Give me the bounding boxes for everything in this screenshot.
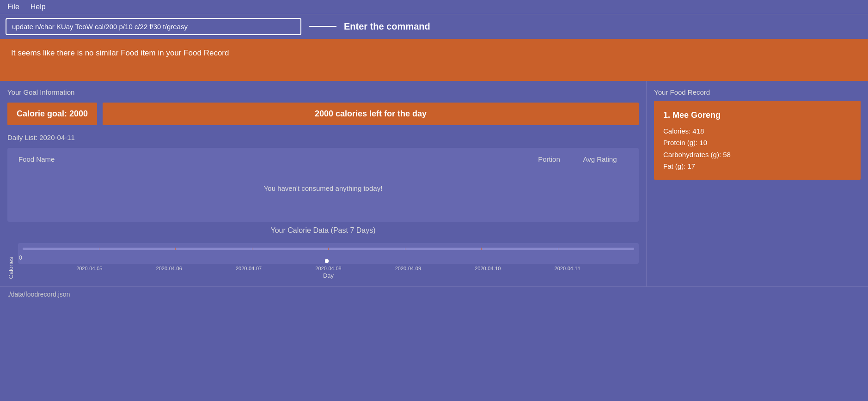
daily-table-container: Food Name Portion Avg Rating You haven't… — [7, 148, 639, 222]
col-avg-rating-header: Avg Rating — [572, 155, 628, 163]
command-bar: Enter the command — [0, 14, 868, 39]
error-banner: It seems like there is no similar Food i… — [0, 39, 868, 81]
food-record-carbs: Carbohydrates (g): 58 — [663, 149, 851, 161]
chart-wrapper: Calories 0 — [7, 243, 639, 279]
chart-y-label: Calories — [7, 243, 14, 279]
data-point-7 — [325, 259, 329, 263]
daily-list-label: Daily List: 2020-04-11 — [7, 134, 639, 141]
footer-path: ./data/foodrecord.json — [7, 291, 70, 298]
chart-x-date: 2020-04-09 — [395, 266, 421, 271]
left-panel: Your Goal Information Calorie goal: 2000… — [0, 81, 646, 286]
chart-inner — [23, 248, 634, 250]
chart-x-date: 2020-04-10 — [475, 266, 501, 271]
chart-x-date: 2020-04-06 — [156, 266, 182, 271]
main-content: Your Goal Information Calorie goal: 2000… — [0, 81, 868, 286]
goal-section-label: Your Goal Information — [7, 88, 639, 96]
daily-empty-message: You haven't consumed anything today! — [15, 166, 631, 211]
chart-x-date: 2020-04-07 — [236, 266, 262, 271]
dashed-line-3 — [252, 248, 252, 250]
daily-table-header: Food Name Portion Avg Rating — [15, 152, 631, 166]
chart-area: 0 — [18, 243, 639, 264]
chart-zero-label: 0 — [19, 255, 22, 261]
food-record-fat: Fat (g): 17 — [663, 160, 851, 172]
dashed-line-7 — [558, 248, 558, 250]
chart-x-title: Day — [18, 272, 639, 279]
col-food-name-header: Food Name — [18, 155, 526, 163]
chart-x-date: 2020-04-05 — [76, 266, 102, 271]
menu-help[interactable]: Help — [31, 3, 46, 11]
food-record-protein: Protein (g): 10 — [663, 137, 851, 149]
chart-x-date: 2020-04-11 — [555, 266, 581, 271]
chart-x-labels: 2020-04-052020-04-062020-04-072020-04-08… — [18, 264, 639, 271]
chart-x-date: 2020-04-08 — [315, 266, 341, 271]
command-separator — [309, 26, 336, 27]
footer: ./data/foodrecord.json — [0, 286, 868, 302]
food-record-calories: Calories: 418 — [663, 125, 851, 137]
food-record-item-0: 1. Mee Goreng Calories: 418 Protein (g):… — [654, 101, 861, 180]
chart-title: Your Calorie Data (Past 7 Days) — [7, 226, 639, 235]
dashed-line-6 — [481, 248, 482, 250]
menu-bar: File Help — [0, 0, 868, 14]
calories-left-box: 2000 calories left for the day — [103, 103, 639, 125]
food-record-label: Your Food Record — [654, 88, 861, 96]
right-panel: Your Food Record 1. Mee Goreng Calories:… — [646, 81, 868, 286]
calorie-goal-box: Calorie goal: 2000 — [7, 103, 97, 125]
goal-row: Calorie goal: 2000 2000 calories left fo… — [7, 103, 639, 125]
dashed-line-5 — [405, 248, 405, 250]
menu-file[interactable]: File — [7, 3, 19, 11]
food-record-name: 1. Mee Goreng — [663, 108, 851, 122]
dashed-lines — [23, 248, 634, 250]
command-input[interactable] — [6, 18, 301, 35]
dashed-line-2 — [175, 248, 176, 250]
error-message: It seems like there is no similar Food i… — [11, 49, 229, 58]
col-portion-header: Portion — [526, 155, 572, 163]
dashed-line-4 — [328, 248, 329, 250]
dashed-line-1 — [99, 248, 99, 250]
command-label: Enter the command — [344, 21, 430, 32]
